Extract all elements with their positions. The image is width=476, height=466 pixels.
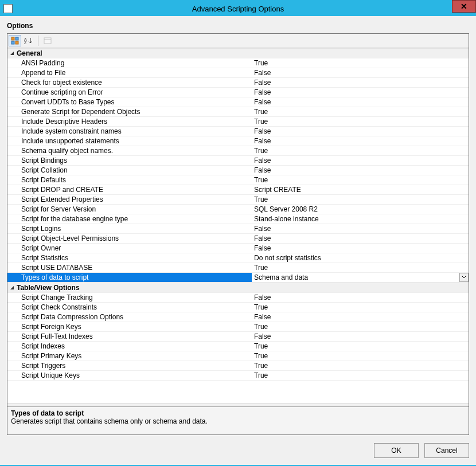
property-row[interactable]: Script Foreign KeysTrue <box>7 322 469 332</box>
property-value[interactable]: Do not script statistics <box>252 253 469 263</box>
property-row[interactable]: Schema qualify object names.True <box>7 146 469 156</box>
property-pages-button[interactable] <box>41 35 54 46</box>
property-value[interactable]: False <box>252 293 469 302</box>
property-value[interactable]: False <box>252 166 469 175</box>
categorized-icon <box>11 37 19 45</box>
property-value[interactable]: True <box>252 303 469 312</box>
svg-marker-10 <box>10 286 14 289</box>
property-value[interactable]: False <box>252 234 469 243</box>
property-value[interactable]: True <box>252 175 469 185</box>
property-value-text: False <box>254 79 271 87</box>
property-value[interactable]: True <box>252 351 469 361</box>
property-row[interactable]: Script DefaultsTrue <box>7 175 469 185</box>
property-row[interactable]: Generate Script for Dependent ObjectsTru… <box>7 107 469 117</box>
property-row[interactable]: Script BindingsFalse <box>7 156 469 166</box>
window-frame: Advanced Scripting Options ✕ Options <box>0 0 476 466</box>
property-value[interactable]: True <box>252 107 469 116</box>
property-row[interactable]: Script for Server VersionSQL Server 2008… <box>7 205 469 214</box>
property-row[interactable]: Script DROP and CREATEScript CREATE <box>7 185 469 195</box>
property-value-text: False <box>254 313 271 322</box>
property-value[interactable]: False <box>252 127 469 136</box>
property-row[interactable]: Script IndexesTrue <box>7 342 469 351</box>
property-value[interactable]: SQL Server 2008 R2 <box>252 205 469 214</box>
property-row[interactable]: Script TriggersTrue <box>7 361 469 371</box>
expander-icon[interactable] <box>7 285 17 291</box>
property-row[interactable]: Script Check ConstraintsTrue <box>7 303 469 312</box>
property-row[interactable]: Include unsupported statementsFalse <box>7 136 469 146</box>
category-label: Table/View Options <box>17 284 247 292</box>
property-value-text: True <box>254 303 268 312</box>
dropdown-button[interactable] <box>459 273 469 282</box>
property-label: Script Owner <box>17 244 252 253</box>
property-row[interactable]: Script CollationFalse <box>7 166 469 175</box>
alphabetical-button[interactable]: A Z <box>22 35 35 46</box>
property-value[interactable]: Stand-alone instance <box>252 214 469 224</box>
category-row[interactable]: General <box>7 48 469 58</box>
property-row[interactable]: Script Unique KeysTrue <box>7 371 469 381</box>
property-value[interactable]: True <box>252 146 469 155</box>
property-value[interactable]: False <box>252 156 469 165</box>
property-row[interactable]: Script Change TrackingFalse <box>7 293 469 303</box>
property-value[interactable]: True <box>252 58 469 68</box>
property-value[interactable]: False <box>252 244 469 253</box>
property-value[interactable]: True <box>252 195 469 204</box>
property-value[interactable]: False <box>252 136 469 146</box>
property-row[interactable]: Continue scripting on ErrorFalse <box>7 88 469 97</box>
property-row[interactable]: Types of data to scriptSchema and data <box>7 273 469 283</box>
property-value[interactable]: True <box>252 263 469 272</box>
close-button[interactable]: ✕ <box>452 0 476 13</box>
property-row[interactable]: Script OwnerFalse <box>7 244 469 253</box>
property-value-text: True <box>254 147 268 155</box>
ok-button[interactable]: OK <box>374 443 419 458</box>
property-value[interactable]: False <box>252 312 469 322</box>
property-row[interactable]: Include system constraint namesFalse <box>7 127 469 136</box>
category-row[interactable]: Table/View Options <box>7 283 469 293</box>
property-label: Script Indexes <box>17 342 252 351</box>
property-value[interactable]: True <box>252 322 469 331</box>
property-label: Script Data Compression Options <box>17 313 252 322</box>
property-value[interactable]: True <box>252 117 469 126</box>
button-row: OK Cancel <box>7 435 469 458</box>
property-label: Script Extended Properties <box>17 195 252 204</box>
property-value-text: False <box>254 98 271 107</box>
property-value[interactable]: False <box>252 224 469 233</box>
property-label: Generate Script for Dependent Objects <box>17 108 252 116</box>
property-row[interactable]: Script Primary KeysTrue <box>7 351 469 361</box>
property-row[interactable]: Check for object existenceFalse <box>7 78 469 88</box>
property-label: Append to File <box>17 69 252 77</box>
property-label: ANSI Padding <box>17 59 252 68</box>
property-value[interactable]: False <box>252 88 469 97</box>
property-row[interactable]: Script StatisticsDo not script statistic… <box>7 253 469 263</box>
property-value-text: False <box>254 69 271 77</box>
property-value[interactable]: False <box>252 78 469 87</box>
property-row[interactable]: ANSI PaddingTrue <box>7 58 469 68</box>
expander-icon[interactable] <box>7 51 17 56</box>
property-row[interactable]: Convert UDDTs to Base TypesFalse <box>7 97 469 107</box>
property-row[interactable]: Script LoginsFalse <box>7 224 469 234</box>
svg-rect-1 <box>15 37 18 40</box>
property-label: Script Foreign Keys <box>17 323 252 331</box>
property-row[interactable]: Script Data Compression OptionsFalse <box>7 312 469 322</box>
property-value[interactable]: True <box>252 342 469 351</box>
property-label: Script Change Tracking <box>17 293 252 302</box>
property-value[interactable]: False <box>252 97 469 107</box>
property-row[interactable]: Append to FileFalse <box>7 68 469 78</box>
property-value-text: True <box>254 323 268 331</box>
property-row[interactable]: Script Extended PropertiesTrue <box>7 195 469 205</box>
property-grid-body[interactable]: GeneralANSI PaddingTrueAppend to FileFal… <box>7 48 469 404</box>
property-label: Script DROP and CREATE <box>17 186 252 194</box>
property-row[interactable]: Include Descriptive HeadersTrue <box>7 117 469 127</box>
cancel-button[interactable]: Cancel <box>424 443 469 458</box>
property-value[interactable]: True <box>252 361 469 370</box>
property-row[interactable]: Script Object-Level PermissionsFalse <box>7 234 469 244</box>
property-value[interactable]: True <box>252 371 469 380</box>
property-row[interactable]: Script Full-Text IndexesFalse <box>7 332 469 342</box>
property-row[interactable]: Script USE DATABASETrue <box>7 263 469 273</box>
categorized-button[interactable] <box>9 35 21 46</box>
property-value[interactable]: False <box>252 332 469 341</box>
property-value[interactable]: Script CREATE <box>252 185 469 194</box>
property-row[interactable]: Script for the database engine typeStand… <box>7 214 469 224</box>
property-value[interactable]: Schema and data <box>252 273 469 282</box>
property-value[interactable]: False <box>252 68 469 77</box>
titlebar[interactable]: Advanced Scripting Options ✕ <box>0 1 476 16</box>
